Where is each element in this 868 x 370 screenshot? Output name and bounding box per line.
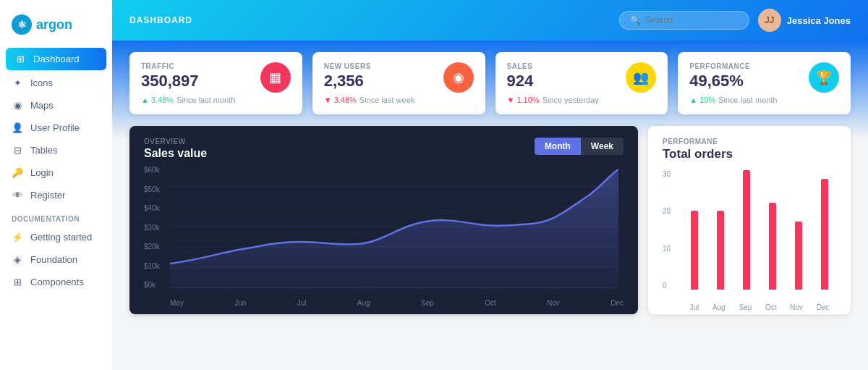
x-label: Jul	[297, 299, 307, 307]
logo-text: argon	[36, 17, 72, 33]
avatar: JJ	[758, 9, 781, 32]
stat-header: SALES 924 👥	[507, 62, 657, 93]
stat-header: PERFORMANCE 49,65% 🏆	[689, 62, 839, 93]
chart-header: OVERVIEW Sales value Month Week	[144, 138, 624, 160]
sidebar-nav-item-getting-started[interactable]: ⚡ Getting started	[0, 226, 112, 248]
y-label: 0	[663, 282, 671, 290]
line-chart-svg	[170, 166, 618, 289]
y-label: $50k	[144, 185, 160, 193]
orders-title: Total orders	[663, 147, 836, 161]
bar-oct	[769, 203, 776, 290]
stat-change-desc: Since last week	[359, 96, 414, 104]
key-icon: 🔑	[12, 167, 23, 178]
sidebar-nav-item-maps[interactable]: ◉ Maps	[0, 94, 112, 117]
orders-header: PERFORMANE Total orders	[663, 138, 836, 161]
y-label: 30	[663, 170, 671, 178]
bars-container	[683, 170, 836, 290]
components-icon: ⊞	[12, 277, 23, 287]
x-label: Dec	[610, 299, 624, 307]
sidebar-item-label: Components	[30, 277, 84, 287]
chart-title-section: OVERVIEW Sales value	[144, 138, 207, 160]
user-icon: 👤	[12, 122, 23, 133]
bolt-icon: ⚡	[12, 232, 23, 243]
stat-change: ▼ 1.10%	[507, 96, 540, 104]
stat-info: SALES 924	[507, 62, 534, 91]
bar-sep	[743, 170, 750, 290]
y-label: 10	[663, 245, 671, 253]
maps-icon: ◉	[12, 100, 23, 111]
bar-dec	[821, 179, 828, 290]
stat-change-desc: Since last month	[718, 96, 777, 104]
y-label: 20	[663, 207, 671, 215]
stat-icon-performance: 🏆	[809, 62, 839, 93]
x-label: May	[170, 299, 184, 307]
sidebar-nav-item-register[interactable]: 👁 Register	[0, 184, 112, 206]
bar-y-labels: 30 20 10 0	[663, 170, 671, 290]
chart-overview-label: OVERVIEW	[144, 138, 207, 146]
stat-header: TRAFFIC 350,897 ▦	[141, 62, 291, 93]
stat-card-sales: SALES 924 👥 ▼ 1.10% Since yesterday	[495, 52, 668, 114]
sidebar-nav-item-foundation[interactable]: ◈ Foundation	[0, 248, 112, 271]
sidebar-item-label: Maps	[30, 100, 54, 111]
sidebar-item-label: Dashboard	[33, 54, 80, 64]
search-box[interactable]: 🔍	[619, 11, 749, 30]
stat-value: 350,897	[141, 72, 199, 91]
x-label: Aug	[357, 299, 370, 307]
page-title: DASHBOARD	[129, 15, 192, 25]
stat-value: 924	[507, 72, 534, 91]
y-label: $0k	[144, 281, 160, 289]
stat-card-new-users: NEW USERS 2,356 ◉ ▼ 3.48% Since last wee…	[312, 52, 485, 114]
sidebar-nav-item-icons[interactable]: ✦ Icons	[0, 72, 112, 94]
x-label: Aug	[712, 303, 726, 311]
month-button[interactable]: Month	[535, 138, 581, 155]
sidebar-item-label: Icons	[30, 77, 53, 88]
logo: ⚛ argon	[0, 12, 112, 46]
sidebar-nav-item-user-profile[interactable]: 👤 User Profile	[0, 117, 112, 139]
sidebar-item-label: Tables	[30, 145, 58, 156]
foundation-icon: ◈	[12, 254, 23, 265]
week-button[interactable]: Week	[581, 138, 624, 155]
charts-row: OVERVIEW Sales value Month Week $60k $50…	[129, 126, 851, 314]
sidebar-item-label: Foundation	[30, 254, 77, 265]
chart-title: Sales value	[144, 147, 207, 160]
stat-value: 49,65%	[689, 72, 750, 91]
sidebar-nav-item-tables[interactable]: ⊟ Tables	[0, 139, 112, 161]
stat-card-traffic: TRAFFIC 350,897 ▦ ▲ 3.48% Since last mon…	[129, 52, 302, 114]
x-label: Sep	[421, 299, 434, 307]
sidebar-nav-item-components[interactable]: ⊞ Components	[0, 271, 112, 293]
bar-aug	[717, 211, 724, 290]
search-input[interactable]	[645, 15, 732, 25]
stat-change: ▲ 10%	[689, 96, 715, 104]
stat-label: PERFORMANCE	[689, 62, 750, 70]
sidebar-item-label: User Profile	[30, 122, 80, 133]
y-label: $60k	[144, 166, 160, 174]
stat-icon-sales: 👥	[626, 62, 656, 93]
user-name: Jessica Jones	[787, 15, 851, 26]
y-label: $10k	[144, 262, 160, 270]
sidebar-item-label: Getting started	[30, 232, 92, 243]
stat-change: ▲ 3.48%	[141, 96, 174, 104]
x-label: Nov	[790, 303, 803, 311]
icons-icon: ✦	[12, 77, 23, 88]
dashboard-icon: ⊞	[14, 54, 26, 64]
x-label: Jul	[689, 303, 699, 311]
bar-jul	[691, 211, 698, 290]
tables-icon: ⊟	[12, 145, 23, 156]
bar-x-labels: Jul Aug Sep Oct Nov Dec	[683, 303, 836, 311]
sidebar-nav-item-login[interactable]: 🔑 Login	[0, 161, 112, 184]
stat-info: NEW USERS 2,356	[324, 62, 371, 91]
sidebar: ⚛ argon ⊞ Dashboard ✦ Icons ◉ Maps 👤 Use…	[0, 0, 112, 370]
stat-change-desc: Since yesterday	[542, 96, 599, 104]
stat-change-desc: Since last month	[176, 96, 235, 104]
sidebar-nav-item-dashboard[interactable]: ⊞ Dashboard	[6, 48, 106, 70]
y-label: $30k	[144, 224, 160, 232]
bar-chart-area: 30 20 10 0 Jul Aug	[663, 170, 836, 311]
header-right: 🔍 JJ Jessica Jones	[619, 9, 851, 32]
chart-toggle: Month Week	[535, 138, 624, 155]
sales-chart-card: OVERVIEW Sales value Month Week $60k $50…	[129, 126, 638, 314]
stat-header: NEW USERS 2,356 ◉	[324, 62, 474, 93]
x-label: Oct	[765, 303, 777, 311]
stat-icon-traffic: ▦	[260, 62, 291, 93]
x-label: Oct	[485, 299, 496, 307]
orders-card: PERFORMANE Total orders 30 20 10 0	[648, 126, 851, 314]
